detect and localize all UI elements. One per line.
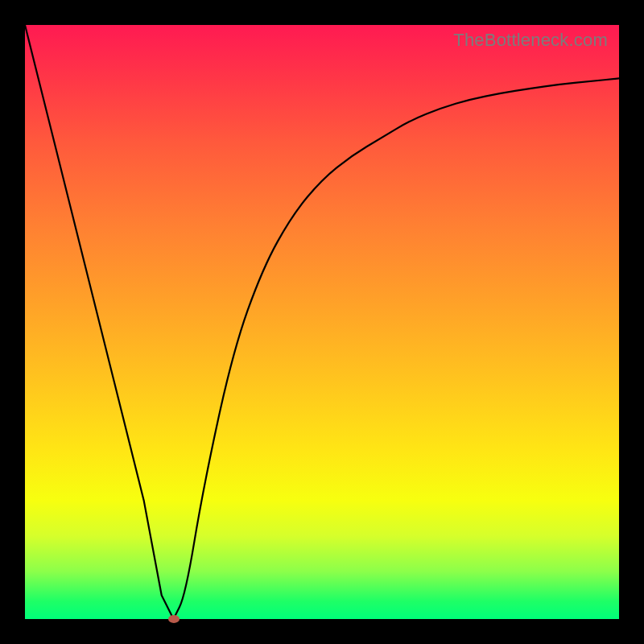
watermark-text: TheBottleneck.com xyxy=(453,30,608,51)
curve-svg xyxy=(25,25,619,619)
minimum-marker xyxy=(168,615,180,623)
bottleneck-curve-path xyxy=(25,25,619,619)
plot-area: TheBottleneck.com xyxy=(25,25,619,619)
chart-frame: TheBottleneck.com xyxy=(0,0,644,644)
